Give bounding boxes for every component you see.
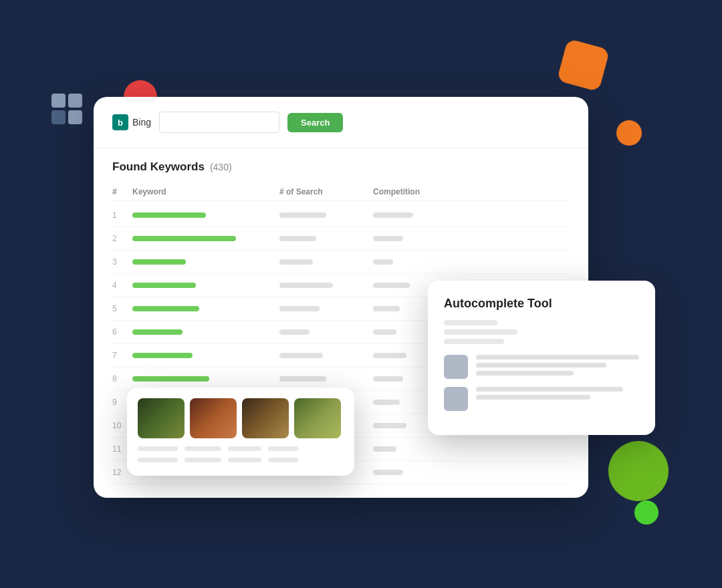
auto-item xyxy=(444,387,639,411)
keyword-bar xyxy=(132,329,183,335)
sidebar xyxy=(40,94,94,124)
col-extra xyxy=(480,187,560,196)
kw-cell xyxy=(132,306,279,311)
search-bar-indicator xyxy=(279,376,326,382)
comp-cell xyxy=(373,259,480,265)
images-text-bar xyxy=(228,458,261,462)
keyword-bar xyxy=(132,212,206,218)
section-count: (430) xyxy=(210,162,232,172)
comp-bar-indicator xyxy=(373,400,400,405)
auto-header-line xyxy=(444,329,517,335)
table-row: 3 xyxy=(112,251,570,274)
comp-bar-indicator xyxy=(373,446,396,452)
row-num: 8 xyxy=(112,374,132,384)
row-num: 4 xyxy=(112,281,132,290)
comp-bar-indicator xyxy=(373,306,400,311)
kw-cell xyxy=(132,212,279,218)
section-title: Found Keywords xyxy=(112,160,205,174)
search-bar-indicator xyxy=(279,212,326,218)
row-num: 3 xyxy=(112,257,132,267)
logo-sq-4 xyxy=(68,110,82,124)
auto-item xyxy=(444,355,639,379)
search-bar-indicator xyxy=(279,353,323,358)
images-card xyxy=(127,388,354,476)
kw-cell xyxy=(132,376,279,382)
auto-header-lines xyxy=(444,320,639,344)
search-cell xyxy=(279,259,373,265)
kw-cell xyxy=(132,236,279,241)
logo-sq-1 xyxy=(51,94,66,108)
auto-item-line xyxy=(476,363,606,368)
decorative-orange-square xyxy=(557,39,610,92)
auto-thumb xyxy=(444,387,468,411)
decorative-green-small-circle xyxy=(634,500,658,525)
search-bar: b Bing Search xyxy=(94,97,588,148)
images-row xyxy=(138,398,344,438)
table-row: 1 xyxy=(112,204,570,227)
images-text-bar xyxy=(185,458,221,462)
search-bar-indicator xyxy=(279,236,316,241)
search-cell xyxy=(279,306,373,311)
row-num: 6 xyxy=(112,327,132,337)
search-cell xyxy=(279,376,373,382)
comp-bar-indicator xyxy=(373,376,403,382)
kw-cell xyxy=(132,329,279,335)
search-input[interactable] xyxy=(159,112,279,133)
comp-cell xyxy=(373,470,480,475)
bing-icon: b xyxy=(112,114,128,130)
images-text-bar xyxy=(268,446,298,451)
comp-bar-indicator xyxy=(373,470,403,475)
autocomplete-card: Autocomplete Tool xyxy=(428,281,655,435)
comp-bar-indicator xyxy=(373,236,403,241)
comp-cell xyxy=(373,212,480,218)
auto-items xyxy=(444,355,639,411)
app-logo xyxy=(51,94,82,124)
search-cell xyxy=(279,353,373,358)
comp-bar-indicator xyxy=(373,423,406,428)
image-concert xyxy=(242,398,289,438)
images-text-row xyxy=(138,458,344,462)
auto-header-line xyxy=(444,339,504,344)
auto-item-line xyxy=(476,355,639,359)
images-text-bar xyxy=(138,446,178,451)
search-bar-indicator xyxy=(279,259,313,265)
col-keyword: Keyword xyxy=(132,187,279,196)
logo-sq-2 xyxy=(68,94,82,108)
autocomplete-title: Autocomplete Tool xyxy=(444,297,639,311)
bing-logo: b Bing xyxy=(112,114,151,130)
logo-sq-3 xyxy=(51,110,66,124)
images-text-bar xyxy=(228,446,261,451)
images-text-bar xyxy=(268,458,298,462)
row-num: 2 xyxy=(112,234,132,243)
search-bar-indicator xyxy=(279,306,320,311)
comp-bar-indicator xyxy=(373,353,406,358)
search-cell xyxy=(279,212,373,218)
auto-item-lines xyxy=(476,387,639,411)
comp-bar-indicator xyxy=(373,329,396,335)
col-num: # xyxy=(112,187,132,196)
keyword-bar xyxy=(132,236,236,241)
table-row: 2 xyxy=(112,227,570,251)
bing-letter: b xyxy=(118,118,123,128)
section-header: Found Keywords (430) xyxy=(112,160,570,174)
kw-cell xyxy=(132,353,279,358)
images-text-row xyxy=(138,446,344,451)
comp-cell xyxy=(373,446,480,452)
kw-cell xyxy=(132,259,279,265)
images-text-bar xyxy=(185,446,221,451)
auto-thumb xyxy=(444,355,468,379)
keyword-bar xyxy=(132,376,209,382)
decorative-orange-circle xyxy=(616,120,642,146)
col-competition: Competition xyxy=(373,187,480,196)
table-header: # Keyword # of Search Competition xyxy=(112,183,570,201)
kw-cell xyxy=(132,283,279,288)
row-num: 1 xyxy=(112,210,132,220)
image-motocross xyxy=(294,398,341,438)
decorative-green-large-circle xyxy=(608,441,669,501)
comp-bar-indicator xyxy=(373,259,393,265)
search-cell xyxy=(279,329,373,335)
search-button[interactable]: Search xyxy=(287,113,343,132)
images-text-rows xyxy=(138,446,344,465)
col-num-search: # of Search xyxy=(279,187,373,196)
comp-bar-indicator xyxy=(373,212,413,218)
